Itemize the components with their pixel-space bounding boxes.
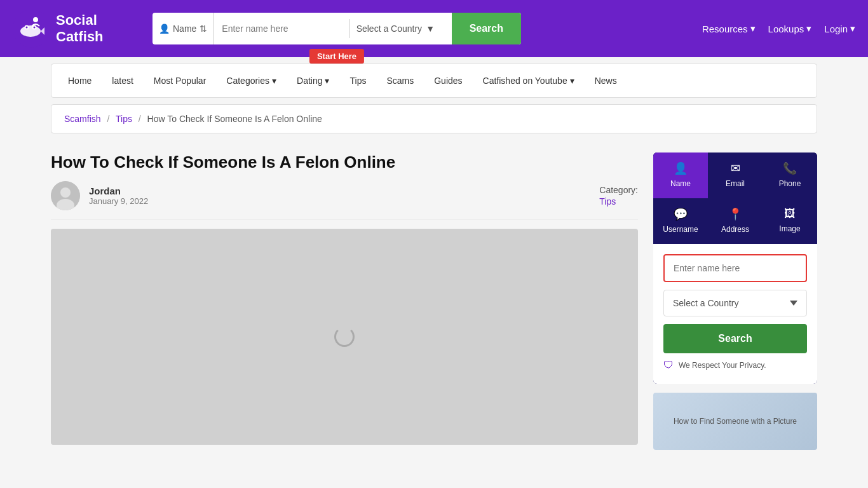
chevron-down-icon: ▾: [850, 23, 855, 34]
author-info: Jordan January 9, 2022: [89, 186, 148, 206]
tab-phone[interactable]: 📞 Phone: [763, 152, 817, 198]
sidebar-ad-image: How to Find Someone with a Picture: [653, 393, 817, 450]
login-label: Login: [824, 24, 848, 34]
breadcrumb-tips[interactable]: Tips: [116, 114, 132, 124]
sidebar-search-card: 👤 Name ✉ Email 📞 Phone 💬 Username 📍: [653, 152, 817, 384]
nav-dating[interactable]: Dating ▾: [287, 64, 339, 97]
shield-icon: 🛡: [663, 360, 674, 371]
author-date: January 9, 2022: [89, 196, 148, 206]
svg-point-4: [26, 27, 28, 29]
chevron-down-icon: ▾: [570, 76, 574, 86]
person-icon: 👤: [674, 161, 688, 175]
search-type-selector[interactable]: 👤 Name ⇅: [153, 13, 214, 44]
svg-point-1: [20, 25, 41, 37]
svg-point-5: [34, 27, 36, 29]
person-icon: 👤: [159, 24, 170, 34]
chevron-down-icon: ▾: [272, 76, 276, 86]
secondary-nav: Home latest Most Popular Categories ▾ Da…: [51, 64, 817, 98]
nav-tips[interactable]: Tips: [339, 64, 376, 97]
logo[interactable]: Social Catfish: [13, 10, 140, 48]
resources-label: Resources: [702, 24, 748, 34]
email-icon: ✉: [731, 161, 740, 175]
tab-name-label: Name: [670, 179, 691, 188]
author-avatar: [51, 181, 80, 210]
category-label: Category:: [599, 185, 638, 195]
sort-icon: ⇅: [200, 24, 207, 34]
logo-icon: [13, 10, 51, 48]
start-here-badge: Start Here: [309, 49, 364, 64]
country-label: Select a Country: [356, 24, 423, 34]
tab-image[interactable]: 🖼 Image: [763, 198, 817, 244]
chevron-down-icon: ▼: [426, 24, 435, 34]
chevron-down-icon: ▾: [806, 23, 811, 34]
lookups-label: Lookups: [768, 24, 804, 34]
chevron-down-icon: ▾: [325, 76, 329, 86]
tab-name[interactable]: 👤 Name: [653, 152, 708, 198]
search-tabs: 👤 Name ✉ Email 📞 Phone 💬 Username 📍: [653, 152, 817, 244]
logo-text: Social Catfish: [56, 12, 104, 46]
nav-news[interactable]: News: [585, 64, 627, 97]
breadcrumb-scamfish[interactable]: Scamfish: [64, 114, 101, 124]
category-link[interactable]: Tips: [599, 196, 616, 207]
header-nav: Resources ▾ Lookups ▾ Login ▾: [702, 23, 855, 34]
header-search-button[interactable]: Search: [452, 13, 521, 44]
article-area: How To Check If Someone Is A Felon Onlin…: [51, 140, 638, 445]
tab-phone-label: Phone: [779, 179, 801, 188]
header-country-selector[interactable]: Select a Country ▼: [350, 13, 452, 44]
sidebar-name-input[interactable]: [663, 254, 807, 282]
nav-scams[interactable]: Scams: [376, 64, 424, 97]
category-area: Category: Tips: [599, 184, 638, 207]
header-nav-resources[interactable]: Resources ▾: [702, 23, 756, 34]
tab-address-label: Address: [721, 225, 749, 234]
nav-home[interactable]: Home: [58, 64, 102, 97]
article-title: How To Check If Someone Is A Felon Onlin…: [51, 152, 638, 172]
article-image: [51, 229, 638, 445]
header-search-bar: 👤 Name ⇅ Select a Country ▼ Search Start…: [153, 13, 521, 44]
main-layout: How To Check If Someone Is A Felon Onlin…: [51, 140, 817, 450]
tab-image-label: Image: [779, 224, 800, 233]
tab-email[interactable]: ✉ Email: [708, 152, 763, 198]
tab-address[interactable]: 📍 Address: [708, 198, 763, 244]
privacy-note: 🛡 We Respect Your Privacy.: [663, 360, 807, 374]
article-meta: Jordan January 9, 2022 Category: Tips: [51, 181, 638, 220]
tab-email-label: Email: [726, 179, 745, 188]
header-name-input[interactable]: [214, 13, 349, 44]
sidebar-ad[interactable]: How to Find Someone with a Picture: [653, 393, 817, 450]
privacy-text: We Respect Your Privacy.: [679, 361, 766, 370]
svg-point-6: [33, 17, 38, 22]
image-icon: 🖼: [784, 207, 796, 220]
tab-username[interactable]: 💬 Username: [653, 198, 708, 244]
username-icon: 💬: [674, 207, 688, 221]
breadcrumb: Scamfish / Tips / How To Check If Someon…: [51, 104, 817, 133]
header-nav-lookups[interactable]: Lookups ▾: [768, 23, 812, 34]
chevron-down-icon: ▾: [750, 23, 756, 34]
avatar-image: [51, 181, 80, 210]
sidebar-form: Select a Country Search 🛡 We Respect You…: [653, 244, 817, 384]
phone-icon: 📞: [783, 161, 797, 175]
svg-point-8: [60, 187, 71, 198]
breadcrumb-sep-1: /: [107, 114, 109, 124]
nav-latest[interactable]: latest: [102, 64, 143, 97]
sidebar: 👤 Name ✉ Email 📞 Phone 💬 Username 📍: [653, 140, 817, 450]
header: Social Catfish 👤 Name ⇅ Select a Country…: [0, 0, 868, 57]
address-icon: 📍: [728, 207, 742, 221]
header-nav-login[interactable]: Login ▾: [824, 23, 855, 34]
nav-categories[interactable]: Categories ▾: [216, 64, 287, 97]
author-name: Jordan: [89, 186, 148, 196]
sidebar-country-select[interactable]: Select a Country: [663, 290, 807, 316]
loading-spinner: [334, 327, 355, 347]
nav-most-popular[interactable]: Most Popular: [144, 64, 216, 97]
breadcrumb-current: How To Check If Someone Is A Felon Onlin…: [147, 114, 322, 124]
breadcrumb-sep-2: /: [139, 114, 141, 124]
search-type-label: Name: [173, 24, 196, 34]
nav-catfished-youtube[interactable]: Catfished on Youtube ▾: [473, 64, 585, 97]
tab-username-label: Username: [663, 225, 698, 234]
nav-guides[interactable]: Guides: [424, 64, 472, 97]
sidebar-search-button[interactable]: Search: [663, 324, 807, 353]
